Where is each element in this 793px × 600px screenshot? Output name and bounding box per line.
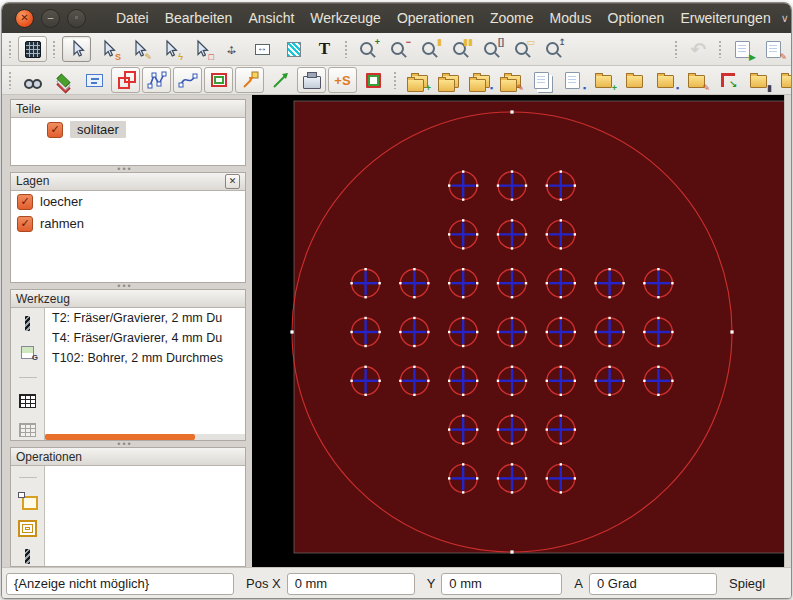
- move-button[interactable]: ↔↕: [217, 36, 246, 62]
- zoom-in-button[interactable]: +: [354, 36, 383, 62]
- minimize-window-button[interactable]: –: [41, 9, 60, 28]
- zoom-redraw-button[interactable]: ↥: [540, 36, 569, 62]
- angle-field[interactable]: 0 Grad: [589, 573, 717, 595]
- panel-lagen: Lagen ✕ ✓loecher✓rahmen: [10, 172, 246, 283]
- menu-ansicht[interactable]: Ansicht: [240, 6, 302, 30]
- list-item-label[interactable]: solitaer: [70, 121, 126, 138]
- parts-save-button[interactable]: ▪: [465, 67, 494, 93]
- menu-overflow-chevron-icon[interactable]: ∨: [781, 12, 789, 25]
- calculator-button[interactable]: [18, 36, 47, 62]
- properties-button[interactable]: [80, 67, 109, 93]
- toolbar-grip[interactable]: [52, 40, 57, 58]
- tools-open-button[interactable]: ▮: [744, 67, 773, 93]
- maximize-window-button[interactable]: ▫: [67, 9, 86, 28]
- contour-operation-icon[interactable]: [16, 492, 40, 511]
- pos-y-field[interactable]: 0 mm: [441, 573, 562, 595]
- zoom-parts-button[interactable]: ▮▮: [447, 36, 476, 62]
- tool-list-hscrollbar[interactable]: [45, 434, 245, 440]
- move-to-point-button[interactable]: [235, 67, 264, 93]
- polyline-button[interactable]: [142, 67, 171, 93]
- corner-outline-button[interactable]: [359, 67, 388, 93]
- toolbar-grip[interactable]: [8, 40, 13, 58]
- layers-button[interactable]: [49, 67, 78, 93]
- parts-edit-button[interactable]: ✎: [496, 67, 525, 93]
- zoom-out-button[interactable]: −: [385, 36, 414, 62]
- checkbox[interactable]: ✓: [17, 216, 33, 232]
- list-item[interactable]: ✓rahmen: [13, 213, 245, 235]
- copy-parts-button[interactable]: [111, 67, 140, 93]
- edit-gcode-button[interactable]: ✎: [759, 36, 788, 62]
- parts-add-button[interactable]: +: [403, 67, 432, 93]
- menu-operationen[interactable]: Operationen: [389, 6, 482, 30]
- save-list-button[interactable]: ▪: [558, 67, 587, 93]
- zoom-region-button[interactable]: []: [478, 36, 507, 62]
- parts-open-button[interactable]: [434, 67, 463, 93]
- tool-list-hscrollbar-thumb[interactable]: [45, 434, 195, 440]
- panel-teile-header[interactable]: Teile: [11, 100, 245, 118]
- list-item-label[interactable]: loecher: [40, 194, 83, 209]
- toolbar-grip[interactable]: [718, 40, 723, 58]
- toolbar-grip[interactable]: [393, 71, 398, 89]
- select-quick-button[interactable]: ϟ: [155, 36, 184, 62]
- list-item-label[interactable]: rahmen: [40, 216, 84, 231]
- pos-x-field[interactable]: 0 mm: [287, 573, 415, 595]
- outline-button[interactable]: [204, 67, 233, 93]
- layer-add-button[interactable]: +: [589, 67, 618, 93]
- checkbox[interactable]: ✓: [47, 122, 63, 138]
- list-item[interactable]: ✓loecher: [13, 191, 245, 213]
- text-button[interactable]: T: [310, 36, 339, 62]
- tool-list-item[interactable]: T4: Fräser/Gravierer, 4 mm Du: [45, 328, 245, 348]
- canvas-vertical-scrollbar[interactable]: [784, 95, 791, 567]
- spline-button[interactable]: [173, 67, 202, 93]
- layer-open-button[interactable]: [620, 67, 649, 93]
- panel-operationen-header[interactable]: Operationen: [11, 448, 245, 466]
- tool-table-icon[interactable]: [16, 392, 40, 412]
- drill-operation-icon[interactable]: [16, 547, 40, 566]
- toolbar-grip[interactable]: [8, 71, 13, 89]
- measure-arrow-button[interactable]: [266, 67, 295, 93]
- tool-table-disabled-icon[interactable]: [16, 420, 40, 440]
- drill-tool-icon[interactable]: [16, 314, 40, 334]
- resize-button[interactable]: [248, 36, 277, 62]
- postprocessor-button[interactable]: [18, 67, 47, 93]
- pocket-operation-icon[interactable]: [16, 520, 40, 539]
- copy-list-button[interactable]: [527, 67, 556, 93]
- panel-close-button[interactable]: ✕: [225, 174, 240, 189]
- menu-bearbeiten[interactable]: Bearbeiten: [157, 6, 241, 30]
- tools-edit-button[interactable]: ✎: [775, 67, 792, 93]
- zoom-page-button[interactable]: ▭: [509, 36, 538, 62]
- drawing-canvas[interactable]: [252, 95, 784, 567]
- tool-list-item[interactable]: T102: Bohrer, 2 mm Durchmes: [45, 348, 245, 368]
- toolbar-grip[interactable]: [674, 40, 679, 58]
- menu-modus[interactable]: Modus: [542, 6, 600, 30]
- toolbar-grip[interactable]: [344, 40, 349, 58]
- gcode-icon[interactable]: [16, 343, 40, 363]
- machine-button[interactable]: [297, 67, 326, 93]
- select-region-button[interactable]: □: [186, 36, 215, 62]
- layer-save-button[interactable]: ▪: [651, 67, 680, 93]
- layer-edit-button[interactable]: ✎: [682, 67, 711, 93]
- mirror-button[interactable]: [279, 36, 308, 62]
- panel-lagen-header[interactable]: Lagen ✕: [11, 173, 245, 191]
- menu-optionen[interactable]: Optionen: [600, 6, 673, 30]
- select-part-button[interactable]: S: [93, 36, 122, 62]
- add-start-button[interactable]: +S: [328, 67, 357, 93]
- tool-list-item[interactable]: T2: Fräser/Gravierer, 2 mm Du: [45, 308, 245, 328]
- menu-erweiterungen[interactable]: Erweiterungen: [672, 6, 778, 30]
- checkbox[interactable]: ✓: [17, 194, 33, 210]
- close-window-button[interactable]: ✕: [15, 9, 34, 28]
- panel-werkzeug-header[interactable]: Werkzeug: [11, 290, 245, 308]
- list-item[interactable]: ✓solitaer: [43, 118, 245, 141]
- select-button[interactable]: [62, 36, 91, 62]
- menu-werkzeuge[interactable]: Werkzeuge: [302, 6, 389, 30]
- menu-zoome[interactable]: Zoome: [482, 6, 542, 30]
- parts-open-icon: [440, 72, 458, 89]
- part-board[interactable]: [294, 101, 784, 553]
- undo-button[interactable]: ↶: [684, 36, 713, 62]
- panel-lagen-title: Lagen: [16, 174, 49, 188]
- zoom-selection-button[interactable]: ▮: [416, 36, 445, 62]
- select-edit-button[interactable]: ✎: [124, 36, 153, 62]
- import-button[interactable]: [713, 67, 742, 93]
- menu-datei[interactable]: Datei: [108, 6, 157, 30]
- simulate-button[interactable]: ▶: [728, 36, 757, 62]
